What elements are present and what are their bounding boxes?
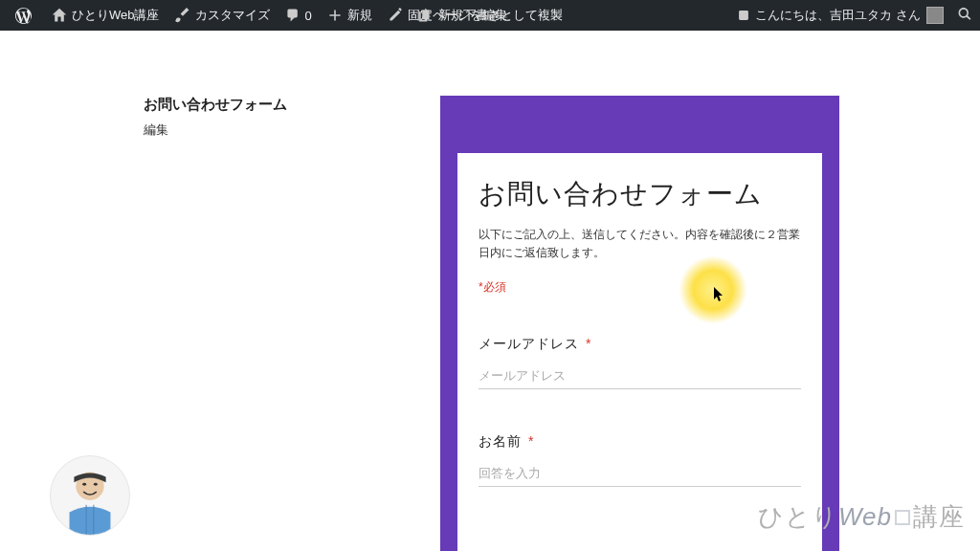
new-content[interactable]: 新規 (320, 0, 380, 31)
form-title: お問い合わせフォーム (479, 176, 801, 212)
form-description: 以下にご記入の上、送信してください。内容を確認後に２営業日内にご返信致します。 (479, 226, 801, 262)
customize-link[interactable]: カスタマイズ (167, 0, 278, 31)
page-title: お問い合わせフォーム (144, 96, 335, 114)
email-label-text: メールアドレス (479, 336, 579, 351)
copy-icon (418, 8, 434, 23)
svg-point-4 (94, 483, 98, 486)
pencil-icon (388, 8, 403, 23)
site-name[interactable]: ひとりWeb講座 (44, 0, 167, 31)
instructor-avatar[interactable] (50, 455, 130, 536)
form-card: お問い合わせフォーム 以下にご記入の上、送信してください。内容を確認後に２営業日… (457, 143, 822, 551)
email-field-group: メールアドレス * (479, 336, 801, 389)
duplicate-draft[interactable]: 新規下書きとして複製 (411, 0, 570, 31)
edit-link[interactable]: 編集 (144, 121, 335, 139)
comment-icon (285, 8, 301, 23)
watermark: ひとり Web 講座 (758, 500, 965, 534)
adminbar-center: 新規下書きとして複製 (411, 0, 570, 31)
comments-count: 0 (305, 9, 312, 23)
watermark-part2: Web (838, 502, 892, 532)
plus-icon (327, 8, 343, 23)
greeting-text: こんにちは、吉田ユタカ さん (755, 7, 921, 24)
watermark-part1: ひとり (758, 500, 838, 534)
brush-icon (175, 8, 190, 23)
google-form-embed: お問い合わせフォーム 以下にご記入の上、送信してください。内容を確認後に２営業日… (440, 96, 839, 551)
site-title-text: ひとりWeb講座 (72, 7, 160, 24)
email-label: メールアドレス * (479, 336, 801, 353)
wordpress-icon (15, 8, 32, 24)
name-input[interactable] (479, 460, 801, 487)
adminbar-right: こんにちは、吉田ユタカ さん (729, 0, 972, 31)
watermark-part3: 講座 (913, 500, 965, 534)
watermark-square-icon (895, 510, 910, 525)
name-label: お名前 * (479, 433, 801, 451)
svg-point-3 (82, 483, 86, 486)
svg-rect-0 (739, 11, 748, 20)
comments-link[interactable]: 0 (278, 0, 320, 31)
user-avatar-icon (926, 7, 944, 24)
name-field-group: お名前 * (479, 433, 801, 487)
notification-icon (737, 9, 750, 22)
wp-logo[interactable] (8, 0, 44, 31)
home-icon (52, 8, 67, 23)
search-icon[interactable] (957, 7, 972, 25)
wp-admin-bar: ひとりWeb講座 カスタマイズ 0 新規 固定ページを編集 (0, 0, 980, 31)
page-content: お問い合わせフォーム 編集 お問い合わせフォーム 以下にご記入の上、送信してくだ… (0, 31, 980, 551)
email-input[interactable] (479, 363, 801, 389)
required-asterisk: * (586, 336, 591, 351)
new-text: 新規 (347, 7, 372, 24)
user-greeting[interactable]: こんにちは、吉田ユタカ さん (729, 0, 951, 31)
required-asterisk: * (528, 433, 534, 449)
page-sidebar: お問い合わせフォーム 編集 (144, 96, 335, 551)
name-label-text: お名前 (479, 433, 522, 449)
customize-text: カスタマイズ (195, 7, 270, 24)
required-note: *必須 (479, 279, 801, 296)
duplicate-text: 新規下書きとして複製 (438, 7, 563, 24)
